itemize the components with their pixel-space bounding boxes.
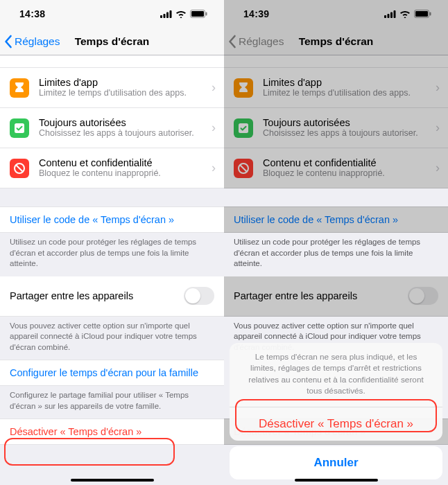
- chevron-right-icon: ›: [436, 80, 440, 95]
- status-time: 14:39: [243, 8, 269, 19]
- row-title: Limites d'app: [263, 77, 431, 88]
- chevron-right-icon: ›: [436, 121, 440, 135]
- chevron-left-icon: [228, 35, 237, 48]
- row-app-limits[interactable]: Limites d'app Limitez le temps d'utilisa…: [0, 68, 224, 108]
- home-indicator[interactable]: [71, 479, 154, 482]
- svg-rect-0: [160, 15, 162, 18]
- row-fragment: [224, 55, 448, 68]
- phone-left: 14:38 Réglages Temps d'écran Limites d'a…: [0, 0, 224, 485]
- nav-bar: Réglages Temps d'écran: [224, 28, 448, 55]
- back-label: Réglages: [15, 35, 60, 48]
- phone-right: 14:39 Réglages Temps d'écran Limites d'a…: [224, 0, 448, 485]
- signal-icon: [160, 10, 172, 18]
- svg-rect-13: [394, 10, 396, 18]
- svg-rect-6: [206, 12, 207, 16]
- wifi-icon: [399, 10, 411, 18]
- svg-rect-15: [415, 11, 428, 17]
- back-button[interactable]: Réglages: [0, 35, 60, 48]
- row-subtitle: Limitez le temps d'utilisation des apps.: [263, 88, 431, 99]
- passcode-link: Utiliser le code de « Temps d'écran »: [224, 206, 448, 233]
- row-share-devices[interactable]: Partager entre les appareils: [0, 276, 224, 317]
- svg-rect-2: [166, 12, 169, 18]
- signal-icon: [384, 10, 396, 18]
- row-title: Toujours autorisées: [263, 117, 431, 128]
- svg-line-19: [241, 165, 247, 171]
- chevron-right-icon: ›: [212, 161, 216, 175]
- no-entry-icon: [234, 159, 253, 178]
- sheet-cancel-button[interactable]: Annuler: [230, 446, 442, 479]
- row-subtitle: Choisissez les apps à toujours autoriser…: [39, 128, 207, 139]
- sheet-message: Le temps d'écran ne sera plus indiqué, e…: [230, 343, 442, 407]
- home-indicator[interactable]: [295, 479, 378, 482]
- svg-rect-1: [164, 14, 166, 18]
- back-label: Réglages: [239, 35, 284, 48]
- status-indicators: [384, 10, 431, 18]
- chevron-right-icon: ›: [436, 161, 440, 175]
- row-title: Toujours autorisées: [39, 117, 207, 128]
- svg-rect-12: [390, 12, 393, 18]
- no-entry-icon: [10, 159, 29, 178]
- status-bar: 14:38: [0, 0, 224, 28]
- row-subtitle: Bloquez le contenu inapproprié.: [39, 168, 207, 179]
- passcode-link[interactable]: Utiliser le code de « Temps d'écran »: [0, 206, 224, 233]
- back-button: Réglages: [224, 35, 284, 48]
- status-indicators: [160, 10, 207, 18]
- share-toggle[interactable]: [184, 287, 214, 305]
- row-title: Partager entre les appareils: [234, 290, 408, 301]
- row-always-allowed[interactable]: Toujours autorisées Choisissez les apps …: [0, 108, 224, 148]
- status-bar: 14:39: [224, 0, 448, 28]
- row-subtitle: Limitez le temps d'utilisation des apps.: [39, 88, 207, 99]
- svg-rect-11: [388, 14, 390, 18]
- battery-icon: [190, 10, 207, 18]
- action-sheet: Le temps d'écran ne sera plus indiqué, e…: [224, 337, 448, 485]
- row-subtitle: Choisissez les apps à toujours autoriser…: [263, 128, 431, 139]
- share-footer: Vous pouvez activer cette option sur n'i…: [0, 317, 224, 360]
- row-content-privacy: Contenu et confidentialitéBloquez le con…: [224, 148, 448, 188]
- check-shield-icon: [10, 118, 29, 138]
- hourglass-icon: [234, 78, 253, 98]
- svg-rect-16: [430, 12, 431, 16]
- row-share-devices: Partager entre les appareils: [224, 276, 448, 317]
- row-always-allowed: Toujours autoriséesChoisissez les apps à…: [224, 108, 448, 148]
- row-content-privacy[interactable]: Contenu et confidentialité Bloquez le co…: [0, 148, 224, 188]
- chevron-right-icon: ›: [212, 80, 216, 95]
- row-subtitle: Bloquez le contenu inapproprié.: [263, 168, 431, 179]
- svg-rect-5: [191, 11, 204, 17]
- chevron-right-icon: ›: [212, 121, 216, 135]
- check-shield-icon: [234, 118, 253, 138]
- sheet-disable-button[interactable]: Désactiver « Temps d'écran »: [230, 407, 442, 441]
- row-title: Contenu et confidentialité: [39, 157, 207, 168]
- family-link[interactable]: Configurer le temps d'écran pour la fami…: [0, 360, 224, 386]
- passcode-footer: Utilisez un code pour protéger les régla…: [0, 233, 224, 276]
- row-app-limits: Limites d'appLimitez le temps d'utilisat…: [224, 68, 448, 108]
- row-title: Partager entre les appareils: [10, 290, 184, 301]
- battery-icon: [414, 10, 431, 18]
- svg-line-9: [17, 165, 23, 171]
- disable-row[interactable]: Désactiver « Temps d'écran »: [0, 418, 224, 445]
- row-fragment: [0, 55, 224, 68]
- svg-rect-3: [170, 10, 172, 18]
- chevron-left-icon: [4, 35, 13, 48]
- passcode-footer: Utilisez un code pour protéger les régla…: [224, 233, 448, 276]
- family-footer: Configurez le partage familial pour util…: [0, 386, 224, 418]
- row-title: Limites d'app: [39, 77, 207, 88]
- status-time: 14:38: [19, 8, 45, 19]
- hourglass-icon: [10, 78, 29, 98]
- wifi-icon: [175, 10, 187, 18]
- svg-rect-10: [384, 15, 386, 18]
- row-title: Contenu et confidentialité: [263, 157, 431, 168]
- share-toggle: [408, 287, 438, 305]
- nav-bar: Réglages Temps d'écran: [0, 28, 224, 55]
